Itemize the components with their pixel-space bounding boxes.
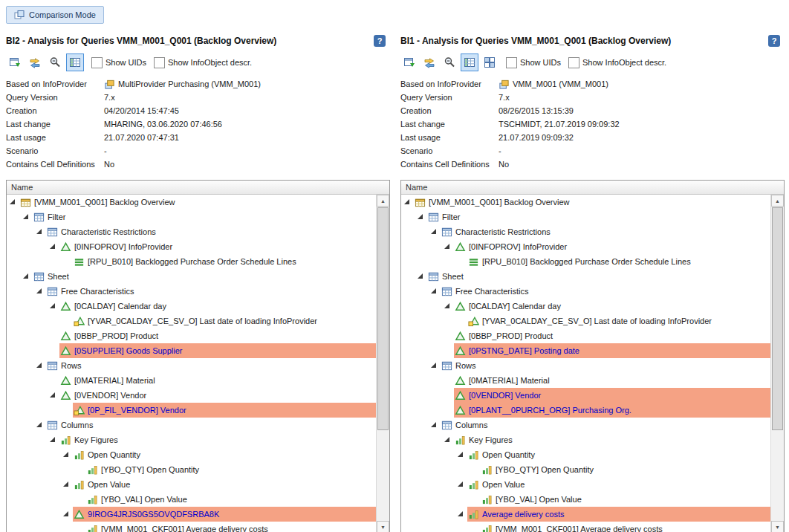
tree-row[interactable]: Sheet xyxy=(401,269,771,284)
tree-row[interactable]: [0SUPPLIER] Goods Supplier xyxy=(7,343,377,358)
expander-icon[interactable] xyxy=(418,214,423,219)
tree-row[interactable]: [YBO_VAL] Open Value xyxy=(7,492,377,507)
expander-icon[interactable] xyxy=(444,437,449,442)
expander-icon[interactable] xyxy=(458,481,463,487)
expander-icon[interactable] xyxy=(444,244,449,249)
kf-icon xyxy=(455,435,466,446)
expander-icon[interactable] xyxy=(36,363,42,368)
expander-icon[interactable] xyxy=(458,452,463,457)
expander-icon[interactable] xyxy=(431,363,436,368)
tree-row[interactable]: Open Quantity xyxy=(401,447,771,462)
tree-row[interactable]: 9IROG4JRJS0GS5OVQDFSRBA8K xyxy=(7,507,377,522)
tree-row[interactable]: [0CALDAY] Calendar day xyxy=(401,299,771,314)
tree-row[interactable]: Filter xyxy=(401,210,771,224)
tree-row[interactable]: Characteristic Restrictions xyxy=(7,224,377,239)
tree-row[interactable]: [0BBP_PROD] Product xyxy=(401,328,771,343)
help-icon[interactable]: ? xyxy=(374,35,386,47)
tree-row[interactable]: Open Value xyxy=(7,477,377,492)
tree-row[interactable]: Rows xyxy=(7,358,377,373)
tree-row[interactable]: Rows xyxy=(401,358,771,373)
tree-row[interactable]: Columns xyxy=(7,418,377,432)
tree-row[interactable]: Filter xyxy=(7,210,377,224)
expander-icon[interactable] xyxy=(36,422,42,427)
tree-row[interactable]: [0INFOPROV] InfoProvider xyxy=(7,239,377,254)
technical-view-icon[interactable] xyxy=(66,53,84,71)
tree-row[interactable]: [0PSTNG_DATE] Posting date xyxy=(401,343,771,358)
expander-icon[interactable] xyxy=(50,437,55,442)
scroll-down-icon[interactable] xyxy=(771,521,784,532)
expander-icon[interactable] xyxy=(458,511,463,516)
scroll-down-icon[interactable] xyxy=(377,521,389,532)
tree-row[interactable]: [YVAR_0CALDAY_CE_SV_O] Last date of load… xyxy=(7,314,377,328)
tree-row[interactable]: [VMM_M001_CKF001] Average delivery costs xyxy=(401,522,771,532)
show-infoobject-descr-checkbox[interactable] xyxy=(154,57,165,68)
technical-view-icon[interactable] xyxy=(461,53,478,71)
tree-row[interactable]: [0MATERIAL] Material xyxy=(7,373,377,388)
expander-icon[interactable] xyxy=(444,303,449,308)
expander-icon[interactable] xyxy=(431,422,436,427)
expander-icon[interactable] xyxy=(36,229,42,234)
vertical-scrollbar[interactable] xyxy=(376,195,389,532)
grid-view-icon[interactable] xyxy=(481,53,499,71)
expander-icon[interactable] xyxy=(50,303,55,308)
tree-row[interactable]: [0MATERIAL] Material xyxy=(401,373,771,388)
tree-row[interactable]: [VMM_M001_Q001] Backlog Overview xyxy=(401,195,771,210)
tree-row[interactable]: Average delivery costs xyxy=(401,507,771,522)
expander-icon[interactable] xyxy=(63,481,68,487)
display-icon[interactable] xyxy=(6,53,24,71)
tree-row[interactable]: [YBO_QTY] Open Quantity xyxy=(401,462,771,477)
tree-row[interactable]: Open Value xyxy=(401,477,771,492)
tree-row[interactable]: [RPU_B010] Backlogged Purchase Order Sch… xyxy=(7,254,377,269)
tree-row[interactable]: [0CALDAY] Calendar day xyxy=(7,299,377,314)
expander-icon[interactable] xyxy=(63,511,68,516)
tree-row[interactable]: [VMM_M001_CKF001] Average delivery costs xyxy=(7,522,377,532)
tree-row[interactable]: [0VENDOR] Vendor xyxy=(7,388,377,403)
tree-row[interactable]: [YVAR_0CALDAY_CE_SV_O] Last date of load… xyxy=(401,314,771,328)
scroll-up-icon[interactable] xyxy=(771,195,784,207)
expander-icon[interactable] xyxy=(404,199,409,204)
expander-icon[interactable] xyxy=(418,273,423,279)
tree-row[interactable]: Open Quantity xyxy=(7,447,377,462)
transfer-icon[interactable] xyxy=(421,53,438,71)
tree-row[interactable]: Key Figures xyxy=(401,432,771,447)
tree-row[interactable]: Columns xyxy=(401,418,771,432)
query-icon xyxy=(415,197,426,208)
expander-icon[interactable] xyxy=(50,244,55,249)
tree-row[interactable]: Free Characteristics xyxy=(401,284,771,299)
tree-row[interactable]: [0VENDOR] Vendor xyxy=(401,388,771,403)
tree-row[interactable]: [YBO_VAL] Open Value xyxy=(401,492,771,507)
search-icon[interactable] xyxy=(441,53,458,71)
help-icon[interactable]: ? xyxy=(768,35,780,47)
expander-icon[interactable] xyxy=(63,452,68,457)
tree-row[interactable]: [0PLANT__0PURCH_ORG] Purchasing Org. xyxy=(401,403,771,418)
tree-row[interactable]: Sheet xyxy=(7,269,377,284)
search-icon[interactable] xyxy=(46,53,64,71)
expander-icon[interactable] xyxy=(431,288,436,293)
property-label: Query Version xyxy=(400,93,499,102)
tree-row[interactable]: [0BBP_PROD] Product xyxy=(7,328,377,343)
tree-row[interactable]: Free Characteristics xyxy=(7,284,377,299)
display-icon[interactable] xyxy=(400,53,418,71)
transfer-icon[interactable] xyxy=(26,53,44,71)
vertical-scrollbar[interactable] xyxy=(770,195,784,532)
show-infoobject-descr-checkbox[interactable] xyxy=(568,57,579,68)
expander-icon[interactable] xyxy=(431,229,436,234)
tree-row[interactable]: Key Figures xyxy=(7,432,377,447)
expander-icon[interactable] xyxy=(23,214,28,219)
expander-icon[interactable] xyxy=(10,199,15,204)
scrollbar-thumb[interactable] xyxy=(772,207,783,430)
tree-row[interactable]: [RPU_B010] Backlogged Purchase Order Sch… xyxy=(401,254,771,269)
tree-row[interactable]: [VMM_M001_Q001] Backlog Overview xyxy=(7,195,377,210)
show-uids-checkbox[interactable] xyxy=(506,57,517,68)
tree-row[interactable]: Characteristic Restrictions xyxy=(401,224,771,239)
tree-row[interactable]: [0P_FIL_VENDOR] Vendor xyxy=(7,403,377,418)
tree-row[interactable]: [YBO_QTY] Open Quantity xyxy=(7,462,377,477)
expander-icon[interactable] xyxy=(50,392,55,398)
expander-icon[interactable] xyxy=(36,288,42,293)
expander-icon[interactable] xyxy=(23,273,28,279)
comparison-mode-button[interactable]: Comparison Mode xyxy=(6,6,104,24)
scroll-up-icon[interactable] xyxy=(377,195,389,207)
tree-row[interactable]: [0INFOPROV] InfoProvider xyxy=(401,239,771,254)
scrollbar-thumb[interactable] xyxy=(377,207,389,430)
show-uids-checkbox[interactable] xyxy=(91,57,103,68)
